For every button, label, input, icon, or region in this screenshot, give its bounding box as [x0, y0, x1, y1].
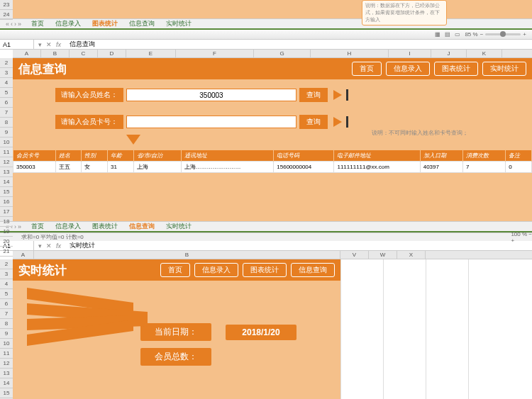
- pointer-icon: [126, 135, 140, 145]
- row-head: 15: [0, 187, 13, 197]
- row-head: 4: [0, 279, 13, 289]
- nav-图表统计[interactable]: 图表统计: [434, 62, 478, 76]
- tab-nav-last[interactable]: »: [18, 21, 21, 28]
- row-head: 7: [0, 309, 13, 319]
- row-head: 11: [0, 349, 13, 359]
- panel-title: 信息查询: [18, 61, 67, 77]
- tab-图表统计[interactable]: 图表统计: [87, 222, 123, 230]
- nav-图表统计[interactable]: 图表统计: [243, 263, 287, 277]
- cancel-icon[interactable]: ✕: [46, 242, 52, 249]
- col-通讯地址: 通讯地址: [181, 150, 274, 162]
- dropdown-icon[interactable]: ▾: [38, 41, 42, 48]
- row-head: 9: [0, 329, 13, 339]
- nav-实时统计[interactable]: 实时统计: [482, 62, 526, 76]
- row-head: 20: [0, 237, 13, 247]
- tab-信息查询[interactable]: 信息查询: [123, 19, 160, 28]
- tab-nav-last[interactable]: »: [18, 223, 21, 230]
- col-消费次数: 消费次数: [462, 150, 505, 162]
- row-head: 8: [0, 319, 13, 329]
- cell[interactable]: 40397: [420, 162, 462, 173]
- cancel-icon[interactable]: ✕: [46, 41, 52, 48]
- row-head: 10: [0, 137, 13, 147]
- formula-bar-1: A1 ▾ ✕ fx 信息查询: [0, 40, 532, 50]
- cell[interactable]: 0: [506, 162, 532, 173]
- dropdown-icon[interactable]: ▾: [38, 242, 42, 249]
- tab-首页[interactable]: 首页: [26, 19, 50, 28]
- col-加入日期: 加入日期: [420, 150, 462, 162]
- fx-icon[interactable]: fx: [56, 41, 61, 48]
- row-head: 6: [0, 98, 13, 108]
- query-card-button[interactable]: 查询: [299, 115, 328, 129]
- row-head: 2: [0, 58, 13, 68]
- marker: [346, 116, 348, 128]
- nav-信息录入[interactable]: 信息录入: [194, 263, 238, 277]
- tab-nav-first[interactable]: «: [6, 21, 9, 28]
- zoom-in[interactable]: +: [523, 31, 526, 38]
- nav-信息录入[interactable]: 信息录入: [386, 62, 430, 76]
- tab-信息录入[interactable]: 信息录入: [50, 222, 87, 230]
- row-head: 8: [0, 118, 13, 128]
- row-head: 23: [0, 0, 13, 10]
- cell[interactable]: 王五: [55, 162, 82, 173]
- row-head: 5: [0, 289, 13, 299]
- column-headers: ABCDEFGHIJK: [13, 50, 532, 58]
- formula-content[interactable]: 信息查询: [65, 40, 95, 49]
- row-head: 2: [0, 259, 13, 269]
- search-by-card: 请输入会员卡号： 查询: [55, 115, 532, 129]
- view-icon[interactable]: ▦: [435, 31, 440, 38]
- formula-bar-2: A1 ▾ ✕ fx 实时统计: [0, 241, 532, 251]
- name-input[interactable]: 350003: [126, 89, 297, 101]
- row-head: 3: [0, 68, 13, 78]
- row-head: 9: [0, 128, 13, 137]
- tab-nav-next[interactable]: ›: [14, 21, 16, 28]
- zoom-slider[interactable]: [485, 33, 521, 35]
- zoom-in[interactable]: +: [511, 237, 514, 244]
- column-headers: AB VWX: [13, 251, 532, 259]
- cell[interactable]: 上海: [133, 162, 181, 173]
- panel-title-bar: 信息查询 首页信息录入图表统计实时统计: [13, 58, 532, 79]
- tab-实时统计[interactable]: 实时统计: [160, 222, 197, 230]
- zoom-out[interactable]: −: [528, 231, 532, 237]
- tab-实时统计[interactable]: 实时统计: [160, 19, 197, 28]
- row-head: 6: [0, 299, 13, 309]
- cell[interactable]: 女: [82, 162, 108, 173]
- tab-信息查询[interactable]: 信息查询: [123, 222, 160, 230]
- sheet-tabbar-2: « ‹ › » 首页信息录入图表统计信息查询实时统计: [0, 221, 532, 232]
- fx-icon[interactable]: fx: [56, 242, 61, 249]
- tab-图表统计[interactable]: 图表统计: [87, 19, 123, 28]
- row-head: 13: [0, 369, 13, 378]
- card-input[interactable]: [126, 116, 297, 128]
- callout: 说明：数据源在下方，已经添加公式，如果需要增加统计条件，在下方输入: [362, 0, 447, 26]
- card-label: 请输入会员卡号：: [55, 115, 123, 129]
- nav-信息查询[interactable]: 信息查询: [291, 263, 335, 277]
- formula-content[interactable]: 实时统计: [65, 241, 95, 250]
- cell[interactable]: 上海……………………: [181, 162, 274, 173]
- cell-reference[interactable]: A1: [0, 40, 34, 49]
- col-年龄: 年龄: [107, 150, 133, 162]
- cell[interactable]: 111111111@xx.com: [334, 162, 420, 173]
- nav-首页[interactable]: 首页: [352, 62, 382, 76]
- tab-首页[interactable]: 首页: [26, 222, 50, 230]
- view-icon[interactable]: ▭: [455, 31, 460, 38]
- cell[interactable]: 31: [107, 162, 133, 173]
- tab-nav-prev[interactable]: ‹: [11, 21, 13, 28]
- row-head: 13: [0, 167, 13, 177]
- blank-columns: [340, 259, 532, 399]
- view-icon[interactable]: ▤: [445, 31, 450, 38]
- col-姓名: 姓名: [55, 150, 82, 162]
- arrow-icon: [333, 117, 342, 127]
- row-head: 10: [0, 339, 13, 349]
- cell[interactable]: 350003: [13, 162, 56, 173]
- row-head: 19: [0, 227, 13, 237]
- query-name-button[interactable]: 查询: [299, 88, 328, 102]
- row-head: 17: [0, 207, 13, 217]
- cell[interactable]: 7: [462, 162, 505, 173]
- panel-title-2: 实时统计: [18, 262, 67, 279]
- nav-首页[interactable]: 首页: [160, 263, 190, 277]
- cell[interactable]: 15600000004: [274, 162, 334, 173]
- tab-信息录入[interactable]: 信息录入: [50, 19, 87, 28]
- tab-nav-next[interactable]: ›: [14, 223, 16, 230]
- result-table: 会员卡号姓名性别年龄省/市/自治通讯地址电话号码电子邮件地址加入日期消费次数备注…: [13, 150, 532, 173]
- zoom-out[interactable]: −: [480, 31, 484, 38]
- row-head: 24: [0, 10, 13, 20]
